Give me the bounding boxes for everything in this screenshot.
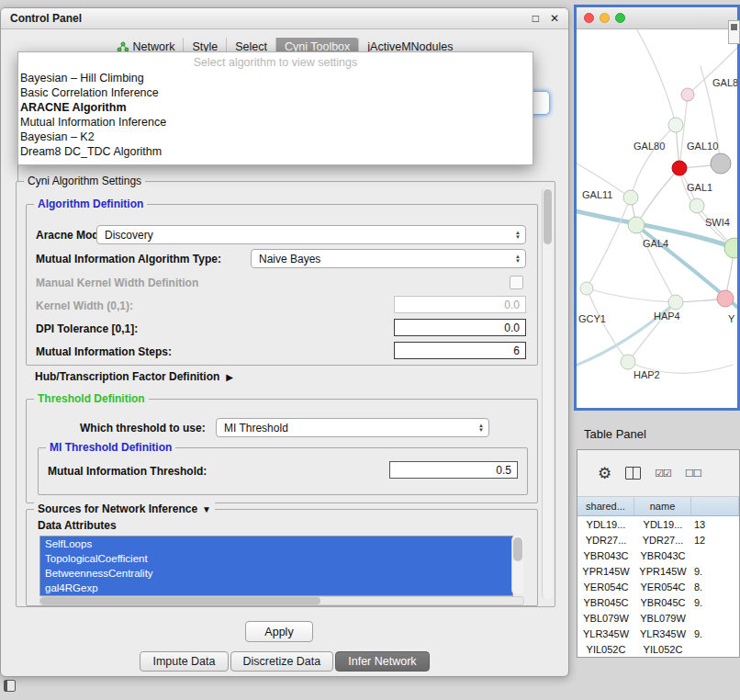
table-cell[interactable]: YER054C [577, 579, 634, 594]
columns-icon[interactable] [625, 467, 641, 480]
algorithm-option[interactable]: Bayesian – K2 [18, 130, 533, 144]
table-cell[interactable]: 12 [691, 532, 739, 548]
gear-icon[interactable]: ⚙ [598, 464, 611, 483]
panel-toggle-icon[interactable] [4, 680, 16, 692]
table-cell[interactable] [691, 641, 739, 657]
hub-definition-expander[interactable]: Hub/Transcription Factor Definition ▶ [35, 370, 233, 383]
apply-button[interactable]: Apply [245, 621, 313, 642]
table-cell[interactable]: YPR145W [577, 563, 634, 579]
attribute-list-hscrollbar[interactable] [39, 596, 524, 605]
algorithm-option[interactable]: Mutual Information Inference [18, 115, 533, 130]
float-window-icon[interactable]: □ [533, 12, 539, 25]
algorithm-prompt: Select algorithm to view settings [18, 54, 533, 71]
mi-threshold-field[interactable]: 0.5 [389, 461, 518, 479]
network-node[interactable] [724, 238, 737, 258]
table-cell[interactable]: YDR27... [634, 532, 691, 548]
network-node[interactable] [717, 290, 734, 307]
network-edge[interactable] [636, 225, 676, 302]
table-cell[interactable]: YBR043C [577, 548, 634, 563]
minimize-traffic-light-icon[interactable] [600, 13, 610, 23]
select-all-icon[interactable]: ☑☑ [655, 468, 671, 480]
network-window-titlebar[interactable] [577, 7, 737, 29]
attribute-item[interactable]: SelfLoops [40, 536, 512, 551]
table-cell[interactable]: YBR043C [634, 548, 691, 563]
network-node[interactable] [580, 282, 593, 295]
table-row[interactable]: YDL19...YDL19...13 [577, 516, 739, 532]
table-cell[interactable] [691, 548, 739, 563]
network-node[interactable] [672, 161, 687, 175]
algorithm-option[interactable]: Basic Correlation Inference [18, 85, 533, 100]
table-cell[interactable]: YLR345W [634, 626, 691, 641]
network-edge[interactable] [632, 29, 676, 125]
mi-type-select[interactable]: Naive Bayes ▲▼ [251, 249, 526, 268]
column-header[interactable]: name [634, 497, 691, 515]
table-cell[interactable]: 9. [691, 563, 739, 579]
table-cell[interactable]: 8. [691, 579, 739, 594]
bottom-tab[interactable]: Infer Network [335, 651, 429, 672]
aracne-mode-select[interactable]: Discovery ▲▼ [96, 225, 526, 244]
mi-steps-field[interactable]: 6 [394, 342, 526, 359]
network-node[interactable] [623, 190, 638, 205]
zoom-traffic-light-icon[interactable] [615, 13, 625, 23]
attribute-list-vscrollbar[interactable] [511, 536, 523, 594]
table-row[interactable]: YBR043CYBR043C [577, 548, 739, 563]
network-node[interactable] [711, 153, 731, 174]
table-cell[interactable]: YER054C [634, 579, 691, 594]
table-row[interactable]: YLR345WYLR345W9. [577, 626, 739, 641]
settings-scrollbar[interactable] [542, 187, 553, 599]
deselect-all-icon[interactable]: ☐☐ [685, 468, 701, 480]
table-row[interactable]: YIL052CYIL052C [577, 641, 739, 657]
network-canvas[interactable]: GAL8GAL80GAL10GAL11GAL1SWI4GAL4GCY1HAP4Y… [577, 29, 737, 409]
table-row[interactable]: YDR27...YDR27...12 [577, 532, 739, 548]
bottom-tab[interactable]: Impute Data [140, 651, 228, 672]
table-cell[interactable]: YBL079W [634, 610, 691, 626]
column-header[interactable]: shared... [577, 497, 634, 515]
mini-scrollbar[interactable] [728, 20, 740, 44]
table-cell[interactable] [691, 610, 739, 626]
network-edge[interactable] [587, 288, 676, 302]
table-row[interactable]: YPR145WYPR145W9. [577, 563, 739, 579]
table-cell[interactable]: 13 [691, 516, 739, 532]
table-cell[interactable]: YDR27... [577, 532, 634, 548]
attribute-item[interactable]: gal4RGexp [40, 581, 512, 595]
table-row[interactable]: YBL079WYBL079W [577, 610, 739, 626]
algorithm-option[interactable]: Dream8 DC_TDC Algorithm [18, 144, 533, 159]
algorithm-option[interactable]: ARACNE Algorithm [18, 100, 533, 115]
dpi-tolerance-field[interactable]: 0.0 [394, 319, 526, 336]
table-cell[interactable]: YBL079W [577, 610, 634, 626]
sources-collapse-toggle[interactable]: Sources for Network Inference ▼ [34, 502, 215, 515]
table-cell[interactable]: YPR145W [634, 563, 691, 579]
network-edge[interactable] [679, 95, 688, 168]
table-cell[interactable]: YIL052C [577, 641, 634, 657]
table-cell[interactable]: YBR045C [577, 594, 634, 610]
attribute-item[interactable]: TopologicalCoefficient [40, 551, 512, 566]
table-cell[interactable]: 9. [691, 594, 739, 610]
column-header[interactable] [691, 497, 739, 515]
table-cell[interactable]: YDL19... [577, 516, 634, 532]
attribute-item[interactable]: BetweennessCentrality [40, 566, 512, 581]
table-cell[interactable]: YDL19... [634, 516, 691, 532]
which-threshold-select[interactable]: MI Threshold ▲▼ [216, 418, 489, 437]
network-edge[interactable] [636, 168, 679, 225]
network-edge[interactable] [587, 198, 631, 288]
table-row[interactable]: YER054CYER054C8. [577, 579, 739, 594]
network-node[interactable] [621, 355, 635, 369]
network-node[interactable] [681, 88, 694, 101]
network-node[interactable] [668, 118, 683, 132]
table-cell[interactable]: YIL052C [634, 641, 691, 657]
bottom-tab[interactable]: Discretize Data [230, 651, 334, 672]
network-node[interactable] [668, 295, 683, 310]
network-edge[interactable] [631, 125, 676, 198]
network-node[interactable] [628, 217, 645, 233]
table-cell[interactable]: 9. [691, 626, 739, 641]
table-cell[interactable]: YLR345W [577, 626, 634, 641]
control-panel-titlebar[interactable]: Control Panel □ ✕ [1, 8, 568, 29]
algorithm-option[interactable]: Bayesian – Hill Climbing [18, 71, 533, 85]
network-node[interactable] [690, 198, 704, 213]
close-window-icon[interactable]: ✕ [550, 12, 559, 25]
manual-kernel-checkbox[interactable] [510, 276, 523, 289]
table-row[interactable]: YBR045CYBR045C9. [577, 594, 739, 610]
close-traffic-light-icon[interactable] [584, 13, 594, 23]
kernel-width-field[interactable]: 0.0 [394, 296, 526, 313]
table-cell[interactable]: YBR045C [634, 594, 691, 610]
